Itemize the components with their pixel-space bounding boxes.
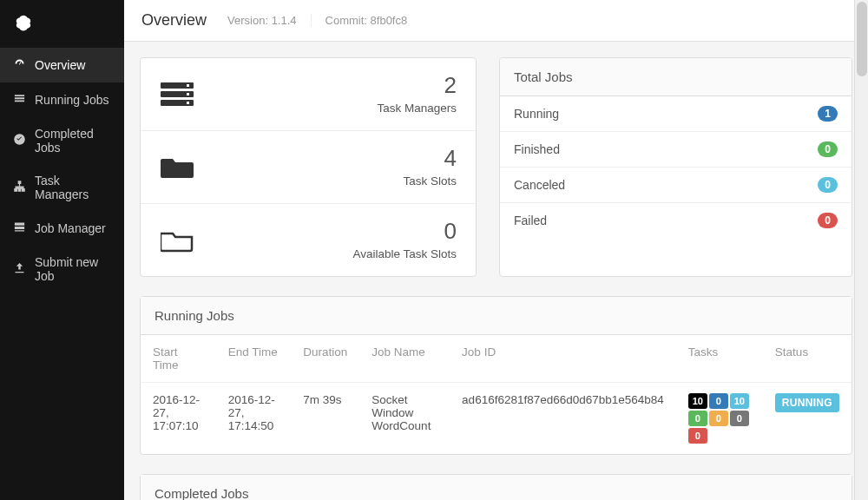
total-label: Canceled xyxy=(514,178,565,192)
logo xyxy=(0,9,124,48)
svg-rect-4 xyxy=(187,84,189,87)
panel-heading: Running Jobs xyxy=(141,297,852,335)
page-title: Overview xyxy=(141,11,207,30)
header: Overview Version: 1.1.4 Commit: 8fb0fc8 xyxy=(124,0,868,42)
col-header: Duration xyxy=(291,335,359,383)
commit-meta: Commit: 8fb0fc8 xyxy=(311,14,408,27)
panel-heading: Total Jobs xyxy=(500,58,852,96)
upload-icon xyxy=(12,261,26,277)
col-header: Job Name xyxy=(359,335,450,383)
stat-available-slots: 0Available Task Slots xyxy=(141,204,476,276)
nav-label: Job Manager xyxy=(35,221,106,235)
table-row[interactable]: 2016-12-27, 17:07:102016-12-27, 17:14:50… xyxy=(141,383,852,455)
nav-label: Overview xyxy=(35,58,85,72)
nav-label: Task Managers xyxy=(35,174,112,201)
nav-task-managers[interactable]: Task Managers xyxy=(0,164,124,211)
nav-label: Completed Jobs xyxy=(35,127,112,155)
nav-job-manager[interactable]: Job Manager xyxy=(0,211,124,246)
task-badge: 0 xyxy=(688,428,707,444)
task-badge: 0 xyxy=(709,411,728,426)
total-row: Finished0 xyxy=(500,132,852,168)
task-badge: 0 xyxy=(709,393,728,409)
running-jobs-panel: Running Jobs Start TimeEnd TimeDurationJ… xyxy=(140,296,852,455)
check-circle-icon xyxy=(12,133,26,148)
total-row: Running1 xyxy=(500,96,852,132)
col-header: Start Time xyxy=(141,335,216,383)
stat-task-managers: 2Task Managers xyxy=(141,58,476,131)
flink-logo-icon xyxy=(14,14,33,33)
total-label: Running xyxy=(514,107,559,121)
col-header: Tasks xyxy=(676,335,763,383)
scrollbar-thumb[interactable] xyxy=(857,2,867,76)
main: Overview Version: 1.1.4 Commit: 8fb0fc8 … xyxy=(124,0,868,500)
content[interactable]: 2Task Managers 4Task Slots 0Available Ta… xyxy=(124,42,868,500)
cluster-stats-panel: 2Task Managers 4Task Slots 0Available Ta… xyxy=(140,57,477,277)
count-badge: 1 xyxy=(818,106,838,122)
nav-label: Submit new Job xyxy=(35,255,112,283)
count-badge: 0 xyxy=(818,177,838,193)
panel-heading: Completed Jobs xyxy=(141,475,852,500)
nav-running-jobs[interactable]: Running Jobs xyxy=(0,82,124,117)
task-badges: 100100000 xyxy=(688,393,751,444)
version-meta: Version: 1.1.4 xyxy=(227,14,297,27)
nav-completed-jobs[interactable]: Completed Jobs xyxy=(0,117,124,164)
dashboard-icon xyxy=(12,57,26,73)
total-row: Canceled0 xyxy=(500,168,852,203)
folder-icon xyxy=(160,152,194,183)
col-header: Job ID xyxy=(450,335,676,383)
completed-jobs-panel: Completed Jobs Start TimeEnd TimeDuratio… xyxy=(140,474,852,500)
svg-rect-5 xyxy=(187,93,189,95)
nav-submit-job[interactable]: Submit new Job xyxy=(0,246,124,293)
list-icon xyxy=(12,92,26,108)
col-header: End Time xyxy=(216,335,292,383)
page-scrollbar[interactable] xyxy=(854,0,868,500)
sidebar: Overview Running Jobs Completed Jobs Tas… xyxy=(0,0,124,500)
server-bars-icon xyxy=(160,79,194,110)
sitemap-icon xyxy=(12,180,26,195)
total-label: Failed xyxy=(514,214,547,227)
task-badge: 10 xyxy=(730,393,749,409)
folder-open-icon xyxy=(160,225,194,256)
total-jobs-panel: Total Jobs Running1Finished0Canceled0Fai… xyxy=(499,57,852,277)
total-label: Finished xyxy=(514,142,560,156)
task-badge: 0 xyxy=(688,411,707,426)
count-badge: 0 xyxy=(818,141,838,157)
total-row: Failed0 xyxy=(500,203,852,238)
task-badge: 0 xyxy=(730,411,749,426)
svg-rect-6 xyxy=(187,102,189,104)
nav-label: Running Jobs xyxy=(35,93,109,107)
server-icon xyxy=(12,220,26,236)
status-badge: RUNNING xyxy=(775,393,839,412)
count-badge: 0 xyxy=(818,213,838,228)
stat-task-slots: 4Task Slots xyxy=(141,131,476,204)
col-header: Status xyxy=(763,335,852,383)
task-badge: 10 xyxy=(688,393,707,409)
nav-overview[interactable]: Overview xyxy=(0,48,124,82)
